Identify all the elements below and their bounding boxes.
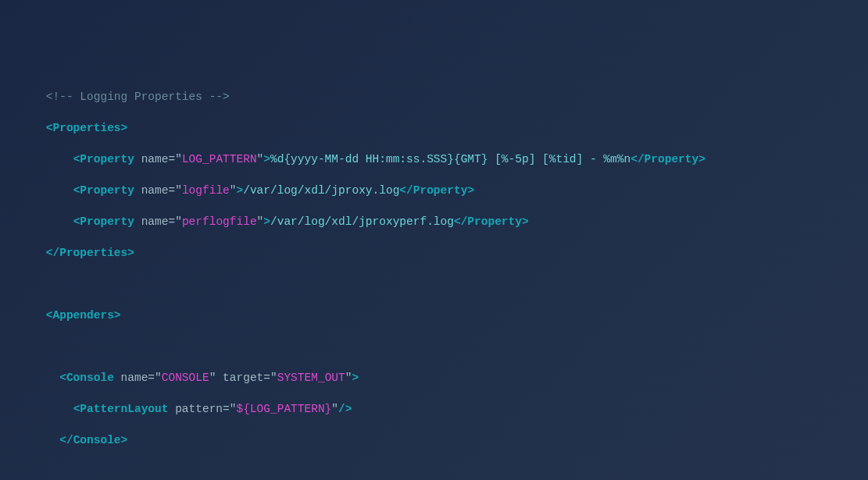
code-line: <Property name="logfile">/var/log/xdl/jp… xyxy=(19,183,849,198)
xml-tag-open: <Property xyxy=(73,184,134,197)
blank-line xyxy=(19,276,849,292)
xml-source: <!-- Logging Properties --> <Properties>… xyxy=(19,73,849,480)
blank-line xyxy=(19,464,849,479)
code-line: <PatternLayout pattern="${LOG_PATTERN}"/… xyxy=(19,401,849,417)
xml-tag-open: <Property xyxy=(73,153,134,165)
xml-tag-open: <Appenders> xyxy=(46,309,121,322)
xml-comment: <!-- Logging Properties --> xyxy=(46,91,230,103)
attr-value: perflogfile xyxy=(182,215,257,228)
xml-tag-close: </Properties> xyxy=(46,247,134,259)
xml-tag-close: </Console> xyxy=(59,434,127,446)
attr-name: name= xyxy=(141,153,176,165)
code-line: <Properties> xyxy=(19,120,849,136)
xml-text: /var/log/xdl/jproxy.log xyxy=(243,184,399,197)
code-line: </Console> xyxy=(19,432,849,448)
blank-line xyxy=(19,339,849,354)
xml-tag-open: <Property xyxy=(73,215,134,228)
attr-pattern: pattern= xyxy=(175,403,230,415)
code-line: <!-- Logging Properties --> xyxy=(19,89,849,105)
xml-tag-open: <Properties> xyxy=(46,122,127,134)
code-line: </Properties> xyxy=(19,245,849,261)
code-line: <Property name="perflogfile">/var/log/xd… xyxy=(19,214,849,229)
xml-tag-close: </Property> xyxy=(399,184,474,197)
attr-target: target= xyxy=(223,372,270,384)
code-line: <Console name="CONSOLE" target="SYSTEM_O… xyxy=(19,370,849,386)
attr-value: SYSTEM_OUT xyxy=(277,372,345,384)
attr-name: name= xyxy=(141,215,176,228)
attr-value: CONSOLE xyxy=(162,372,209,384)
xml-tag-close: </Property> xyxy=(454,215,529,228)
attr-name: name= xyxy=(141,184,176,197)
xml-tag-open: <PatternLayout xyxy=(73,403,169,415)
xml-text: %d{yyyy-MM-dd HH:mm:ss.SSS}{GMT} [%-5p] … xyxy=(270,153,630,165)
xml-tag-close: </Property> xyxy=(630,153,705,165)
attr-value: LOG_PATTERN xyxy=(182,153,257,165)
attr-value: ${LOG_PATTERN} xyxy=(236,403,331,415)
xml-tag-open: <Console xyxy=(59,372,114,384)
code-line: <Property name="LOG_PATTERN">%d{yyyy-MM-… xyxy=(19,151,849,167)
attr-name: name= xyxy=(121,372,155,384)
xml-text: /var/log/xdl/jproxyperf.log xyxy=(270,215,454,228)
attr-value: logfile xyxy=(182,184,230,197)
code-line: <Appenders> xyxy=(19,308,849,323)
